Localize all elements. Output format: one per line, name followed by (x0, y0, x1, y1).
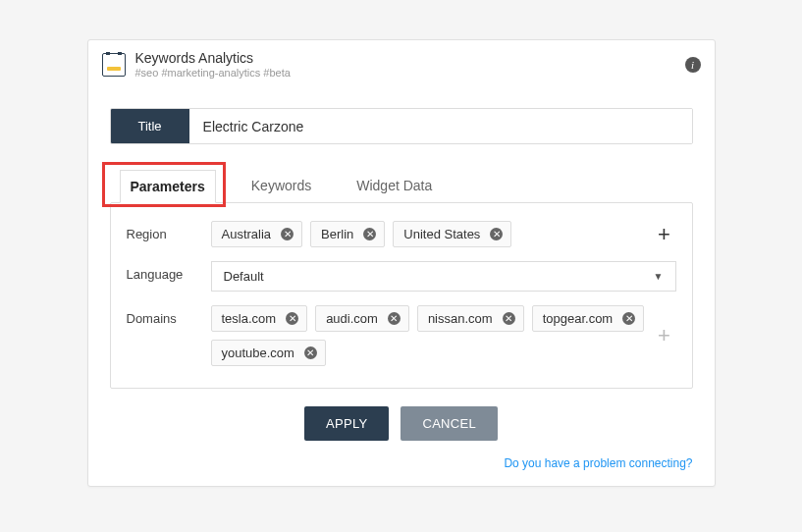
cancel-button[interactable]: CANCEL (401, 406, 498, 441)
region-chip: Berlin✕ (310, 221, 385, 247)
remove-chip-icon[interactable]: ✕ (286, 312, 298, 325)
region-chip: Australia✕ (211, 221, 303, 247)
footer: Do you have a problem connecting? (110, 456, 693, 470)
remove-chip-icon[interactable]: ✕ (622, 312, 635, 325)
domain-chip: audi.com✕ (315, 305, 409, 332)
chevron-down-icon: ▼ (654, 271, 664, 282)
remove-chip-icon[interactable]: ✕ (503, 312, 515, 325)
card-header: Keywords Analytics #seo #marketing-analy… (88, 40, 715, 88)
header-text: Keywords Analytics #seo #marketing-analy… (135, 50, 675, 79)
tab-parameters[interactable]: Parameters (120, 170, 216, 203)
tabs-bar: Parameters Keywords Widget Data (110, 170, 693, 203)
widget-card: Keywords Analytics #seo #marketing-analy… (87, 39, 716, 487)
region-row: Region Australia✕ Berlin✕ United States✕… (127, 221, 676, 247)
language-value: Default (224, 269, 264, 284)
title-input[interactable] (189, 109, 692, 143)
domains-row: Domains tesla.com✕ audi.com✕ nissan.com✕… (127, 305, 676, 366)
action-buttons: APPLY CANCEL (110, 406, 693, 441)
info-icon[interactable]: i (685, 57, 701, 73)
region-label: Region (127, 221, 211, 241)
title-field-row: Title (110, 108, 693, 144)
apply-button[interactable]: APPLY (304, 406, 389, 441)
title-label: Title (111, 109, 189, 143)
domain-chip: topgear.com✕ (532, 305, 645, 332)
calendar-keywords-icon (102, 53, 126, 77)
region-chip: United States✕ (393, 221, 511, 247)
tab-keywords[interactable]: Keywords (241, 170, 321, 203)
region-chips: Australia✕ Berlin✕ United States✕ (211, 221, 653, 247)
remove-chip-icon[interactable]: ✕ (281, 228, 294, 240)
domain-chips: tesla.com✕ audi.com✕ nissan.com✕ topgear… (211, 305, 653, 366)
language-row: Language Default ▼ (127, 261, 676, 292)
tab-widget-data[interactable]: Widget Data (347, 170, 442, 203)
language-select[interactable]: Default ▼ (211, 261, 676, 292)
domains-label: Domains (127, 305, 211, 326)
domain-chip: youtube.com✕ (211, 340, 326, 366)
remove-chip-icon[interactable]: ✕ (388, 312, 401, 325)
domain-chip: tesla.com✕ (211, 305, 308, 332)
help-link[interactable]: Do you have a problem connecting? (504, 456, 692, 470)
add-domain-button[interactable]: + (653, 325, 676, 346)
domain-chip: nissan.com✕ (417, 305, 524, 332)
widget-tags: #seo #marketing-analytics #beta (135, 67, 675, 79)
parameters-panel: Region Australia✕ Berlin✕ United States✕… (110, 202, 693, 389)
widget-title: Keywords Analytics (135, 50, 675, 66)
add-region-button[interactable]: + (653, 224, 676, 245)
remove-chip-icon[interactable]: ✕ (304, 346, 317, 359)
card-body: Title Parameters Keywords Widget Data Re… (88, 88, 715, 486)
remove-chip-icon[interactable]: ✕ (490, 228, 503, 240)
language-label: Language (127, 261, 211, 282)
remove-chip-icon[interactable]: ✕ (363, 228, 376, 240)
